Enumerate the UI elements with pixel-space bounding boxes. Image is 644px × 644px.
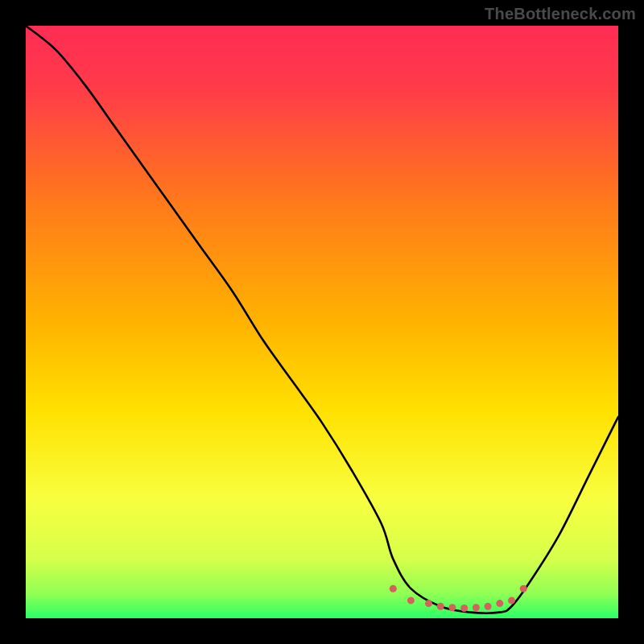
optimal-dot	[485, 603, 492, 610]
optimal-dot	[460, 605, 468, 612]
optimal-dot	[448, 604, 456, 611]
bottleneck-curve	[26, 26, 618, 613]
optimal-dot	[496, 600, 503, 607]
optimal-dot	[425, 600, 432, 607]
chart-svg	[26, 26, 618, 618]
optimal-dot	[390, 585, 397, 592]
chart-frame: TheBottleneck.com	[0, 0, 644, 644]
optimal-dot	[520, 585, 527, 592]
plot-area	[26, 26, 618, 618]
optimal-dot	[407, 597, 415, 604]
optimal-dot	[437, 603, 444, 610]
optimal-dot	[508, 597, 515, 604]
attribution-text: TheBottleneck.com	[485, 5, 636, 23]
optimal-dot	[473, 604, 480, 611]
